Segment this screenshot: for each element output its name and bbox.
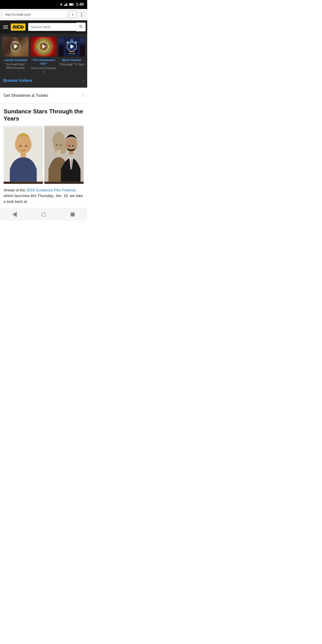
- bottom-nav: [0, 208, 87, 220]
- svg-point-33: [60, 144, 61, 146]
- back-icon: [12, 212, 17, 217]
- svg-rect-3: [66, 3, 67, 6]
- svg-rect-24: [20, 152, 26, 158]
- svg-rect-4: [67, 3, 68, 6]
- play-button-2[interactable]: [39, 42, 48, 52]
- nav-home-button[interactable]: [40, 210, 48, 218]
- battery-icon: [69, 3, 74, 6]
- clock: 1:49: [76, 2, 84, 7]
- trailers-section: Lakeith Stanfield "No Small Parts" IMDb …: [0, 34, 87, 88]
- svg-rect-2: [65, 4, 66, 6]
- svg-text:PANTHER: PANTHER: [69, 53, 75, 54]
- svg-point-34: [68, 145, 70, 146]
- showtimes-row[interactable]: Get Showtimes & Tickets ›: [0, 88, 87, 104]
- imdb-logo[interactable]: IMDb: [11, 24, 26, 31]
- search-button[interactable]: [76, 22, 86, 31]
- sundance-section: Sundance Stars Through the Years: [0, 104, 87, 204]
- search-icon: [79, 24, 83, 28]
- browser-menu-button[interactable]: ⋮: [78, 12, 85, 18]
- svg-rect-6: [73, 4, 74, 5]
- svg-point-30: [65, 137, 78, 152]
- trailer-title-1: Lakeith Stanfield: [2, 58, 28, 62]
- trailer-subtitle-1: "No Small Parts" IMDb Exclusive: [2, 63, 28, 70]
- svg-point-25: [20, 145, 22, 147]
- sundance-person-1: [4, 126, 43, 184]
- signal-icon: [64, 3, 68, 6]
- imdb-header: IMDb: [0, 20, 87, 34]
- status-bar: 1:49: [0, 0, 87, 9]
- svg-rect-7: [69, 4, 72, 5]
- trailer-thumb-2[interactable]: [30, 37, 57, 56]
- search-input[interactable]: [28, 23, 76, 31]
- browse-trailers-link[interactable]: Browse trailers: [3, 78, 32, 83]
- trailer-title-3: Black Panther: [58, 58, 85, 62]
- search-container: [28, 22, 86, 31]
- status-icons: 1:49: [59, 2, 84, 7]
- trailer-subtitle-2: First Look at Season 2: [30, 67, 57, 74]
- trailer-thumb-1[interactable]: [2, 37, 28, 56]
- svg-point-0: [61, 5, 62, 6]
- wifi-icon: [59, 3, 63, 6]
- svg-rect-31: [69, 151, 73, 155]
- sundance-body-text: Ahead of the 2018 Sundance Film Festival…: [4, 188, 84, 204]
- home-icon: [41, 212, 46, 217]
- browse-trailers-chevron: ›: [82, 78, 84, 83]
- sundance-title: Sundance Stars Through the Years: [4, 108, 84, 122]
- sundance-images: [4, 126, 84, 184]
- tab-count-button[interactable]: 1: [69, 11, 76, 18]
- sundance-person-2: [44, 126, 84, 184]
- trailers-row: Lakeith Stanfield "No Small Parts" IMDb …: [2, 37, 85, 74]
- showtimes-label: Get Showtimes & Tickets: [4, 93, 48, 98]
- sundance-festival-link[interactable]: 2018 Sundance Film Festival: [26, 188, 75, 192]
- svg-rect-1: [64, 5, 65, 6]
- browse-trailers-row: Browse trailers ›: [2, 78, 85, 83]
- nav-stop-button[interactable]: [69, 210, 77, 218]
- nav-back-button[interactable]: [10, 210, 18, 218]
- trailer-card-3[interactable]: BLACK PANTHER Black Panther "Entourage" …: [58, 37, 85, 74]
- browser-bar: http://m.imdb.com/ 1 ⋮: [0, 9, 87, 20]
- svg-point-26: [25, 145, 27, 147]
- showtimes-chevron: ›: [82, 92, 84, 98]
- url-field[interactable]: http://m.imdb.com/: [2, 11, 67, 18]
- trailer-thumb-3[interactable]: BLACK PANTHER: [58, 37, 85, 56]
- trailer-card-2[interactable]: "The Handmaid's Tale" First Look at Seas…: [30, 37, 57, 74]
- svg-point-35: [72, 145, 74, 146]
- sundance-image-1: [4, 126, 43, 184]
- play-button-3[interactable]: [67, 42, 77, 52]
- trailer-subtitle-3: "Entourage" TV Spot: [58, 63, 85, 66]
- svg-point-32: [56, 144, 58, 146]
- svg-rect-29: [57, 150, 61, 154]
- hamburger-menu-button[interactable]: [3, 26, 8, 28]
- play-button-1[interactable]: [10, 42, 20, 52]
- trailer-card-1[interactable]: Lakeith Stanfield "No Small Parts" IMDb …: [2, 37, 28, 74]
- trailer-title-2: "The Handmaid's Tale": [30, 58, 57, 66]
- stop-icon: [71, 212, 75, 216]
- sundance-image-2: [44, 126, 84, 184]
